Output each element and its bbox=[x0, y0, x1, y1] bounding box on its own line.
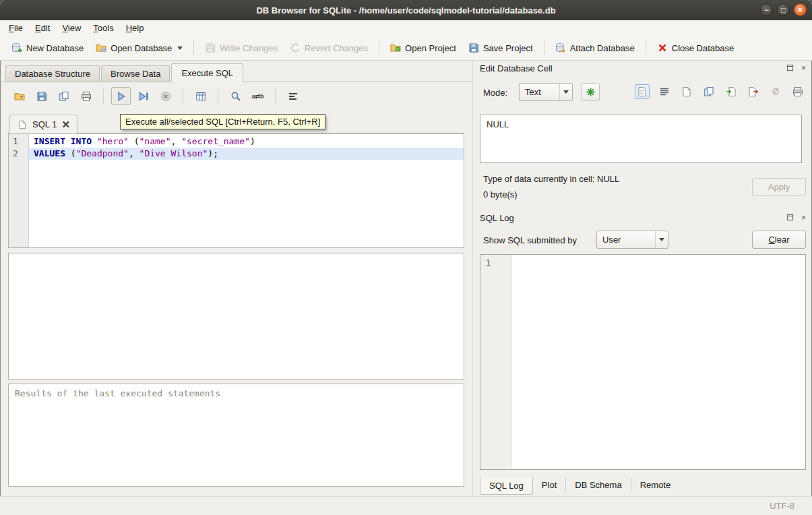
close-icon[interactable]: × bbox=[799, 213, 808, 222]
log-filter-value: User bbox=[597, 235, 655, 245]
tab-remote[interactable]: Remote bbox=[631, 477, 680, 493]
import-icon bbox=[726, 86, 737, 97]
format-sql-icon bbox=[288, 91, 299, 102]
print-icon bbox=[792, 86, 803, 97]
results-placeholder: Results of the last executed statements bbox=[15, 388, 220, 398]
mode-label: Mode: bbox=[483, 88, 507, 98]
menu-tools[interactable]: Tools bbox=[87, 21, 119, 35]
attach-database-button[interactable]: Attach Database bbox=[549, 39, 641, 57]
document-button[interactable] bbox=[679, 84, 694, 99]
close-icon[interactable]: × bbox=[799, 63, 808, 72]
format-sql-button[interactable] bbox=[283, 87, 303, 105]
menu-help[interactable]: Help bbox=[120, 21, 150, 35]
menubar: File Edit View Tools Help bbox=[0, 20, 812, 36]
close-database-icon bbox=[657, 42, 668, 53]
open-sql-file-button[interactable] bbox=[9, 87, 29, 105]
sql-editor[interactable]: 12 INSERT INTO "hero" ("name", "secret_n… bbox=[8, 133, 464, 248]
replace-button[interactable]: a⇄b bbox=[248, 87, 268, 105]
dock-tab-bar: SQL Log Plot DB Schema Remote bbox=[480, 477, 679, 495]
save-sql-file-as-icon bbox=[59, 91, 69, 102]
line-number: 2 bbox=[13, 148, 28, 160]
new-database-button[interactable]: New Database bbox=[5, 39, 90, 57]
statusbar: UTF-8 bbox=[0, 496, 812, 515]
tooltip: Execute all/selected SQL [Ctrl+Return, F… bbox=[120, 114, 325, 129]
export-icon bbox=[748, 86, 759, 97]
chevron-down-icon bbox=[659, 238, 664, 241]
open-database-button[interactable]: Open Database bbox=[90, 39, 189, 57]
log-gutter: 1 bbox=[480, 255, 511, 469]
line-number: 1 bbox=[13, 135, 28, 148]
clear-button[interactable]: Clear bbox=[752, 231, 806, 249]
open-database-icon bbox=[96, 42, 106, 53]
print-cell-button[interactable] bbox=[790, 84, 805, 99]
revert-changes-button: Revert Changes bbox=[284, 39, 374, 57]
float-icon[interactable] bbox=[786, 213, 794, 222]
open-project-icon bbox=[390, 42, 401, 53]
execute-all-button[interactable] bbox=[111, 87, 131, 105]
print-sql-button[interactable] bbox=[76, 87, 96, 105]
toolbar-separator bbox=[544, 40, 544, 55]
replace-icon: a⇄b bbox=[253, 91, 263, 102]
execute-line-button[interactable] bbox=[133, 87, 153, 105]
save-sql-file-button[interactable] bbox=[32, 87, 51, 105]
import-button[interactable] bbox=[724, 84, 739, 99]
save-sql-file-as-button[interactable] bbox=[54, 87, 73, 105]
cell-type-info: Type of data currently in cell: NULL bbox=[483, 174, 619, 184]
set-null-button[interactable]: ∅ bbox=[768, 84, 783, 99]
toolbar-separator bbox=[218, 89, 218, 104]
code-line[interactable]: VALUES ("Deadpond", "Dive Wilson"); bbox=[29, 148, 464, 160]
open-project-button[interactable]: Open Project bbox=[384, 39, 462, 57]
cell-toolbar: ∅ bbox=[635, 84, 805, 99]
minimize-icon[interactable]: − bbox=[760, 3, 773, 16]
editor-code[interactable]: INSERT INTO "hero" ("name", "secret_name… bbox=[29, 134, 464, 247]
document-icon bbox=[681, 86, 692, 97]
code-line[interactable]: INSERT INTO "hero" ("name", "secret_name… bbox=[29, 135, 464, 148]
right-panel: Edit Database Cell × Mode: Text ∅ NULL T… bbox=[476, 61, 812, 496]
log-filter-combobox[interactable]: User bbox=[596, 231, 668, 249]
mode-combobox[interactable]: Text bbox=[519, 83, 573, 101]
results-grid-pane[interactable] bbox=[8, 253, 464, 380]
auto-adjust-mode-button[interactable] bbox=[581, 83, 600, 101]
menu-edit[interactable]: Edit bbox=[29, 21, 56, 35]
tab-db-schema[interactable]: DB Schema bbox=[566, 477, 631, 493]
write-changes-button: Write Changes bbox=[199, 39, 284, 57]
text-mode-button[interactable] bbox=[635, 84, 650, 99]
sql-log-view[interactable]: 1 bbox=[480, 254, 806, 470]
combo-arrow-zone bbox=[559, 84, 572, 100]
tab-browse-data[interactable]: Browse Data bbox=[101, 65, 170, 82]
tab-close-icon[interactable]: ✕ bbox=[61, 119, 70, 129]
cell-editor[interactable]: NULL bbox=[480, 115, 802, 163]
menu-file[interactable]: File bbox=[3, 21, 29, 35]
toolbar-separator bbox=[646, 40, 646, 55]
export-button[interactable] bbox=[746, 84, 761, 99]
tab-execute-sql[interactable]: Execute SQL bbox=[171, 63, 243, 82]
edit-cell-title: Edit Database Cell bbox=[480, 63, 553, 73]
new-database-icon bbox=[11, 42, 22, 53]
copy-button[interactable] bbox=[701, 84, 716, 99]
tab-sql-log[interactable]: SQL Log bbox=[480, 477, 533, 495]
edit-cell-dock-buttons: × bbox=[786, 63, 808, 72]
find-button[interactable] bbox=[226, 87, 245, 105]
save-sql-file-icon bbox=[36, 91, 47, 102]
results-message-pane[interactable]: Results of the last executed statements bbox=[8, 384, 464, 487]
apply-button: Apply bbox=[752, 178, 806, 196]
close-database-button[interactable]: Close Database bbox=[651, 39, 741, 57]
maximize-icon[interactable]: □ bbox=[777, 3, 790, 16]
stop-icon bbox=[160, 91, 171, 102]
menu-view[interactable]: View bbox=[56, 21, 87, 35]
cell-size-info: 0 byte(s) bbox=[483, 189, 518, 200]
word-wrap-button[interactable] bbox=[657, 84, 672, 99]
export-results-icon bbox=[195, 91, 206, 102]
save-project-button[interactable]: Save Project bbox=[462, 39, 539, 57]
open-database-dropdown-icon[interactable] bbox=[177, 47, 183, 50]
tab-plot[interactable]: Plot bbox=[533, 477, 566, 493]
toolbar-separator bbox=[103, 89, 104, 104]
sql-document-tab[interactable]: SQL 1 ✕ bbox=[9, 115, 77, 133]
close-icon[interactable]: × bbox=[794, 3, 807, 16]
mode-value: Text bbox=[520, 87, 559, 97]
log-filter-label: Show SQL submitted by bbox=[483, 235, 577, 245]
export-results-button[interactable] bbox=[191, 87, 210, 105]
float-icon[interactable] bbox=[786, 63, 794, 72]
tab-database-structure[interactable]: Database Structure bbox=[5, 65, 100, 82]
panel-splitter[interactable] bbox=[472, 61, 473, 496]
